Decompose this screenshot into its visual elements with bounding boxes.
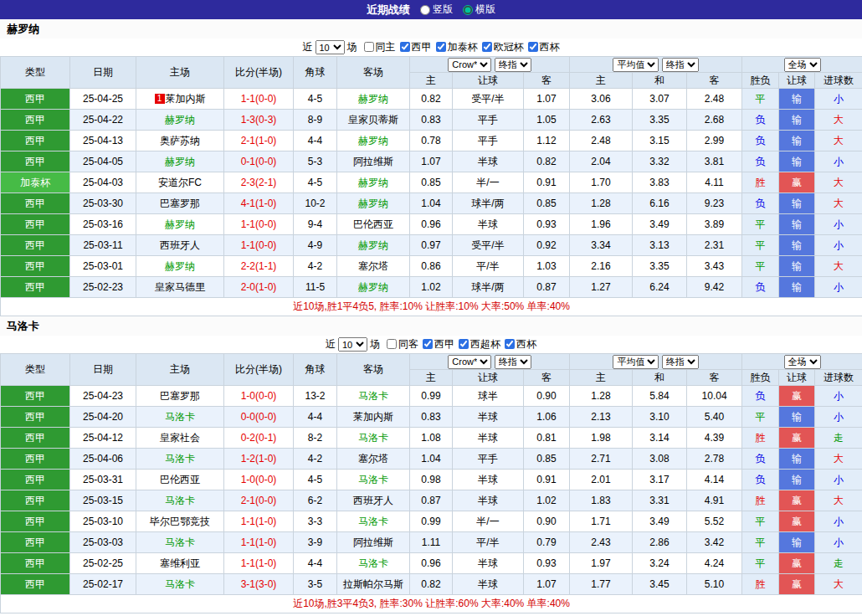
handicap-result-cell: 赢 <box>779 386 815 407</box>
checkbox-input[interactable] <box>387 339 397 349</box>
goals-result-cell: 大 <box>815 256 862 277</box>
handicap-result-cell: 输 <box>779 235 815 256</box>
home-odds-cell: 1.04 <box>410 193 453 214</box>
away-odds-cell: 1.03 <box>524 256 570 277</box>
avg-select[interactable]: 平均值 <box>613 355 659 369</box>
filter-checkbox-1[interactable]: 西甲 <box>423 337 454 352</box>
goals-result-cell: 小 <box>815 386 862 407</box>
result-cell: 平 <box>742 235 779 256</box>
filter-checkbox-3[interactable]: 西杯 <box>505 337 536 352</box>
avg-away-cell: 4.24 <box>687 553 742 574</box>
away-odds-cell: 0.85 <box>524 193 570 214</box>
avg-away-cell: 4.14 <box>687 470 742 490</box>
avg-select[interactable]: 平均值 <box>613 58 659 72</box>
odds-company-select[interactable]: Crow* <box>448 355 491 369</box>
avg-away-cell: 5.40 <box>687 407 742 428</box>
checkbox-input[interactable] <box>505 339 515 349</box>
competition-filters: 同客西甲西超杯西杯 <box>382 337 536 352</box>
score-cell: 1-0(0-0) <box>224 470 294 490</box>
date-cell: 25-04-23 <box>70 386 136 407</box>
goals-result-cell: 小 <box>815 151 862 172</box>
checkbox-input[interactable] <box>400 42 410 52</box>
checkbox-input[interactable] <box>423 339 433 349</box>
sub-col-handicap: 让球 <box>453 73 524 89</box>
checkbox-input[interactable] <box>364 42 374 52</box>
checkbox-input[interactable] <box>459 339 469 349</box>
goals-result-cell: 大 <box>815 172 862 193</box>
near-label: 近 <box>303 40 313 54</box>
goals-result-cell: 大 <box>815 110 862 131</box>
home-team-cell: 塞维利亚 <box>136 553 224 574</box>
league-type-cell: 西甲 <box>1 490 70 511</box>
sub-col-home-odds: 主 <box>410 370 453 386</box>
handicap-line-cell: 平手 <box>453 449 524 470</box>
league-type-cell: 西甲 <box>1 407 70 428</box>
checkbox-input[interactable] <box>528 42 538 52</box>
result-cell: 负 <box>742 386 779 407</box>
result-cell: 负 <box>742 131 779 151</box>
result-cell: 负 <box>742 449 779 470</box>
checkbox-input[interactable] <box>482 42 492 52</box>
corner-cell: 4-2 <box>294 256 337 277</box>
goals-result-cell: 小 <box>815 277 862 298</box>
games-label: 场 <box>370 337 380 352</box>
avg-time-select[interactable]: 终指 <box>662 58 699 72</box>
away-odds-cell: 0.82 <box>524 151 570 172</box>
filter-checkbox-1[interactable]: 西甲 <box>400 40 432 54</box>
avg-draw-cell: 3.14 <box>633 428 687 449</box>
col-date: 日期 <box>70 354 136 386</box>
corner-cell: 4-5 <box>294 172 337 193</box>
handicap-line-cell: 半球 <box>453 407 524 428</box>
match-count-select[interactable]: 10 <box>316 40 345 54</box>
avg-away-cell: 3.42 <box>687 532 742 553</box>
avg-draw-cell: 6.16 <box>633 193 687 214</box>
avg-time-select[interactable]: 终指 <box>662 355 699 369</box>
filter-checkbox-3[interactable]: 欧冠杯 <box>482 40 524 54</box>
layout-radio-horizontal[interactable]: 横版 <box>463 3 495 17</box>
avg-away-cell: 10.04 <box>687 386 742 407</box>
goals-result-cell: 小 <box>815 532 862 553</box>
odds-time-select[interactable]: 终指 <box>495 355 531 369</box>
filter-checkbox-2[interactable]: 加泰杯 <box>436 40 478 54</box>
sub-col-result: 胜负 <box>742 73 779 89</box>
vertical-radio[interactable] <box>420 5 430 15</box>
filter-row: 近 10 场 同客西甲西超杯西杯 <box>0 336 862 353</box>
handicap-result-cell: 赢 <box>779 511 815 532</box>
away-odds-cell: 1.06 <box>524 407 570 428</box>
away-odds-cell: 0.90 <box>524 386 570 407</box>
home-team-cell: 赫罗纳 <box>136 110 224 131</box>
handicap-line-cell: 受平/半 <box>453 89 524 110</box>
full-match-select[interactable]: 全场 <box>784 355 821 369</box>
corner-cell: 5-3 <box>294 151 337 172</box>
away-team-cell: 阿拉维斯 <box>337 532 410 553</box>
sub-col-avg-away: 客 <box>687 73 742 89</box>
away-team-cell: 赫罗纳 <box>337 89 410 110</box>
checkbox-input[interactable] <box>436 42 446 52</box>
avg-draw-cell: 2.86 <box>633 532 687 553</box>
score-cell: 2-2(1-1) <box>224 256 294 277</box>
filter-checkbox-2[interactable]: 西超杯 <box>459 337 500 352</box>
filter-checkbox-0[interactable]: 同客 <box>387 337 418 352</box>
corner-cell: 4-4 <box>294 553 337 574</box>
home-odds-cell: 0.97 <box>410 235 453 256</box>
vertical-radio-label: 竖版 <box>433 3 453 17</box>
corner-cell: 4-5 <box>294 470 337 490</box>
filter-checkbox-0[interactable]: 同主 <box>364 40 396 54</box>
odds-company-select[interactable]: Crow* <box>448 58 491 72</box>
avg-draw-cell: 3.49 <box>633 214 687 235</box>
full-match-select[interactable]: 全场 <box>784 58 821 72</box>
avg-group-header: 平均值 终指 <box>570 354 742 370</box>
goals-result-cell: 走 <box>815 553 862 574</box>
odds-time-select[interactable]: 终指 <box>495 58 531 72</box>
handicap-result-cell: 输 <box>779 256 815 277</box>
horizontal-radio[interactable] <box>463 5 473 15</box>
goals-result-cell: 走 <box>815 428 862 449</box>
col-type: 类型 <box>1 57 70 89</box>
match-count-select[interactable]: 10 <box>338 337 367 352</box>
corner-cell: 3-3 <box>294 511 337 532</box>
filter-checkbox-4[interactable]: 西杯 <box>528 40 560 54</box>
home-odds-cell: 0.78 <box>410 131 453 151</box>
layout-radio-vertical[interactable]: 竖版 <box>420 3 453 17</box>
handicap-line-cell: 半球 <box>453 490 524 511</box>
avg-home-cell: 2.04 <box>570 151 633 172</box>
